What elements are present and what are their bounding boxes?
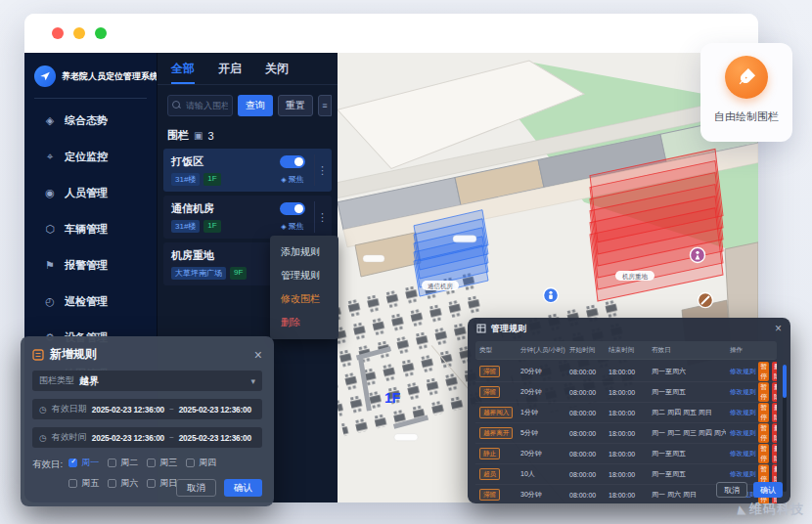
delete-rule-button[interactable]: 删除 xyxy=(772,382,777,402)
fence-type-select[interactable]: 围栏类型 越界 ▾ xyxy=(32,371,262,391)
rule-start-time: 08:00:00 xyxy=(565,369,605,375)
free-draw-fence-card: 自由绘制围栏 xyxy=(700,43,792,142)
fence-enabled-toggle[interactable] xyxy=(280,155,305,168)
fence-tab[interactable]: 关闭 xyxy=(265,54,289,84)
rule-end-time: 18:00:00 xyxy=(605,451,648,458)
sidebar-item-icon: ⌖ xyxy=(44,151,56,163)
rule-valid-days: 周二 周四 周五 周日 xyxy=(648,408,726,417)
rule-duration: 20分钟 xyxy=(517,367,565,376)
sidebar-divider xyxy=(34,98,147,99)
delete-rule-button[interactable]: 删除 xyxy=(772,403,777,422)
sidebar-item[interactable]: ⌖ 定位监控 xyxy=(24,139,157,175)
valid-time-range-picker[interactable]: ◷ 有效时间 2025-02-23 12:36:00 ~ 2025-02-23 … xyxy=(32,427,262,448)
close-window-button[interactable] xyxy=(52,27,64,39)
context-menu-item[interactable]: 修改围栏 xyxy=(270,287,338,311)
delete-rule-button[interactable]: 删除 xyxy=(772,423,777,443)
rule-end-time: 18:00:00 xyxy=(605,430,648,437)
sidebar-item[interactable]: ⚑ 报警管理 xyxy=(24,247,157,284)
context-menu-item[interactable]: 管理规则 xyxy=(270,264,338,287)
sidebar-item[interactable]: ◉ 人员管理 xyxy=(24,175,157,211)
clock-icon: ◷ xyxy=(39,433,47,443)
context-menu-item[interactable]: 删除 xyxy=(270,311,338,334)
context-menu-item[interactable]: 添加规则 xyxy=(270,240,338,264)
query-button[interactable]: 查询 xyxy=(238,95,273,116)
table-scrollbar xyxy=(783,365,787,492)
edit-rule-button[interactable]: 修改规则 xyxy=(730,450,755,458)
rule-valid-days: 周一至周五 xyxy=(648,449,726,458)
rule-duration: 30分钟 xyxy=(517,490,565,500)
fence-search-row: 查询 重置 ≡ xyxy=(158,85,338,124)
edit-rule-button[interactable]: 修改规则 xyxy=(730,470,755,479)
checkbox-icon xyxy=(68,458,77,467)
fence-focus-link[interactable]: ◈ 聚焦 xyxy=(281,221,304,232)
time-end-value: 2025-02-23 12:36:00 xyxy=(179,433,251,443)
confirm-button[interactable]: 确认 xyxy=(224,479,262,497)
weekday-checkbox[interactable]: 周五 xyxy=(68,477,108,490)
free-draw-fence-label: 自由绘制围栏 xyxy=(714,109,779,124)
sidebar-item-label: 人员管理 xyxy=(65,186,108,200)
cancel-button[interactable]: 取消 xyxy=(176,479,216,497)
checkbox-icon xyxy=(147,458,156,467)
scrollbar-thumb[interactable] xyxy=(783,365,787,398)
pause-rule-button[interactable]: 暂停 xyxy=(758,444,769,463)
weekday-checkbox[interactable]: 周六 xyxy=(108,477,147,490)
manage-rules-modal: 管理规则 × 类型 分钟(人员/小时) 开始时间 结束时间 有效日 操作 滞留 … xyxy=(468,318,790,503)
rule-end-time: 18:00:00 xyxy=(605,410,648,416)
search-icon xyxy=(172,101,180,109)
fence-focus-link[interactable]: ◈ 聚焦 xyxy=(281,174,304,185)
rule-table-row: 静止 20分钟 08:00:00 18:00:00 周一至周五 修改规则 暂停 … xyxy=(475,444,777,464)
weekday-checkbox[interactable]: 周二 xyxy=(108,457,147,469)
pause-rule-button[interactable]: 暂停 xyxy=(758,403,769,422)
edit-rule-button[interactable]: 修改规则 xyxy=(730,409,755,417)
close-icon[interactable]: × xyxy=(775,323,782,334)
close-icon[interactable]: × xyxy=(254,348,262,362)
fence-count: 3 xyxy=(207,130,213,142)
pen-draw-icon[interactable] xyxy=(725,56,768,99)
edit-rule-button[interactable]: 修改规则 xyxy=(730,368,755,376)
pause-rule-button[interactable]: 暂停 xyxy=(758,382,769,402)
filter-icon[interactable]: ≡ xyxy=(318,95,332,116)
edit-rule-button[interactable]: 修改规则 xyxy=(730,388,755,397)
red-fence-3d xyxy=(590,149,723,301)
maximize-window-button[interactable] xyxy=(95,27,107,39)
sidebar-item-label: 定位监控 xyxy=(65,150,108,164)
fence-tab[interactable]: 开启 xyxy=(218,54,242,84)
rule-table-row: 滞留 20分钟 08:00:00 18:00:00 周一至周六 修改规则 暂停 … xyxy=(475,362,777,382)
pause-rule-button[interactable]: 暂停 xyxy=(758,464,769,484)
checkbox-icon xyxy=(68,479,77,488)
pause-rule-button[interactable]: 暂停 xyxy=(758,362,769,381)
fence-enabled-toggle[interactable] xyxy=(280,202,305,215)
rule-end-time: 18:00:00 xyxy=(605,492,648,499)
fence-list-item[interactable]: 打饭区 31#楼 1F ◈ 聚焦 ⋮ xyxy=(163,149,332,192)
delete-rule-button[interactable]: 删除 xyxy=(772,362,777,381)
fence-list-item[interactable]: 通信机房 31#楼 1F ◈ 聚焦 ⋮ xyxy=(163,196,332,239)
sidebar-item[interactable]: ⬡ 车辆管理 xyxy=(24,211,157,247)
sidebar-item[interactable]: ◈ 综合态势 xyxy=(24,103,157,139)
weekday-checkbox[interactable]: 周四 xyxy=(186,457,225,469)
fence-count-icon: ▣ xyxy=(194,130,203,141)
add-rule-modal: 新增规则 × 围栏类型 越界 ▾ ◷ 有效日期 2025-02-23 12:36… xyxy=(21,336,274,506)
confirm-button[interactable]: 确认 xyxy=(753,482,783,498)
fence-more-menu-icon[interactable]: ⋮ xyxy=(314,201,330,233)
rules-table-header: 类型 分钟(人员/小时) 开始时间 结束时间 有效日 操作 xyxy=(475,341,777,360)
edit-rule-button[interactable]: 修改规则 xyxy=(730,429,755,438)
minimize-window-button[interactable] xyxy=(73,27,85,39)
sidebar-item-label: 巡检管理 xyxy=(65,294,108,309)
valid-date-range-picker[interactable]: ◷ 有效日期 2025-02-23 12:36:00 ~ 2025-02-23 … xyxy=(32,399,262,419)
fence-tab[interactable]: 全部 xyxy=(171,54,195,84)
reset-button[interactable]: 重置 xyxy=(278,95,313,116)
weekday-checkbox[interactable]: 周一 xyxy=(68,457,108,469)
rules-table: 类型 分钟(人员/小时) 开始时间 结束时间 有效日 操作 滞留 20分钟 08… xyxy=(475,341,777,503)
cancel-button[interactable]: 取消 xyxy=(716,482,747,498)
pause-rule-button[interactable]: 暂停 xyxy=(758,423,769,443)
delete-rule-button[interactable]: 删除 xyxy=(772,464,777,484)
delete-rule-button[interactable]: 删除 xyxy=(772,444,777,463)
manage-rules-title: 管理规则 xyxy=(491,323,770,335)
table-icon xyxy=(476,324,486,333)
poi-woman-icon xyxy=(691,247,705,262)
weekday-checkbox[interactable]: 周三 xyxy=(147,457,186,469)
rule-type-badge: 越界闯入 xyxy=(479,407,513,418)
date-end-value: 2025-02-23 12:36:00 xyxy=(179,405,251,415)
sidebar-item[interactable]: ◴ 巡检管理 xyxy=(24,284,157,320)
fence-more-menu-icon[interactable]: ⋮ xyxy=(314,154,330,186)
